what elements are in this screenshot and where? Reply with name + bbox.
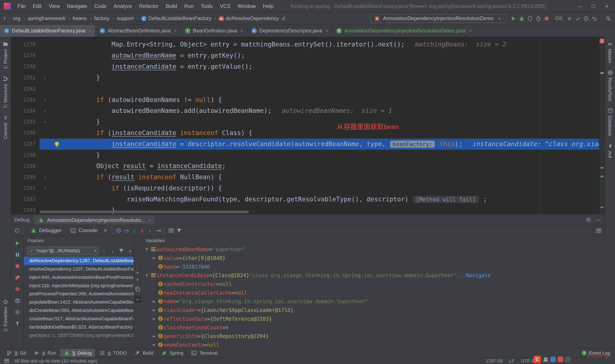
code-text[interactable]: if (result instanceof NullBean) {	[51, 172, 605, 183]
view-as-table-button[interactable]	[167, 227, 174, 234]
pin-tab-button[interactable]	[14, 320, 21, 327]
line-number[interactable]: 1279	[11, 50, 40, 61]
breadcrumb-item[interactable]: org	[12, 15, 21, 21]
tool-window-button--run[interactable]: 4: Run	[30, 348, 59, 357]
menu-window[interactable]: Window	[234, 3, 259, 9]
line-number[interactable]: 1287	[11, 139, 40, 150]
caret-position[interactable]: 1287:56	[486, 358, 503, 364]
editor-tab[interactable]: CAnnotationDependencyInjectionResolution…	[333, 25, 476, 37]
tool-window-button-restfultool[interactable]: RestfulTool	[606, 70, 614, 101]
menu-analyze[interactable]: Analyze	[110, 3, 136, 9]
debug-session-tab[interactable]: AnnotationDependencyInjectionResolutio..…	[34, 216, 155, 225]
tree-toggle-icon[interactable]: ▼	[144, 247, 150, 251]
variable-row[interactable]: fhash = -332817946	[142, 262, 605, 271]
breadcrumb-item[interactable]: factory	[93, 15, 110, 21]
search-everywhere-button[interactable]	[605, 15, 612, 22]
fold-marker-icon[interactable]: ∨	[40, 172, 51, 183]
tree-toggle-icon[interactable]: ▶	[151, 317, 157, 321]
menu-file[interactable]: File	[14, 3, 29, 9]
debug-settings-button[interactable]	[14, 309, 21, 315]
warning-stripe-mark[interactable]	[601, 72, 604, 74]
editor-tab[interactable]: CDefaultListableBeanFactory.java×	[0, 25, 96, 37]
line-number[interactable]: 1282	[11, 83, 40, 94]
variable-row[interactable]: ▶fvalue = {char[9]@1848}	[142, 253, 605, 262]
menu-help[interactable]: Help	[259, 3, 277, 9]
filter-button[interactable]	[175, 227, 182, 234]
step-over-button[interactable]	[123, 227, 130, 234]
breadcrumb-item[interactable]: beans	[72, 15, 88, 21]
menu-vcs[interactable]: VCS	[216, 3, 234, 9]
hide-frames-filter-button[interactable]	[118, 248, 125, 254]
tree-toggle-icon[interactable]: ▶	[151, 308, 157, 312]
copy-stack-icon[interactable]	[134, 286, 141, 292]
line-number[interactable]: 1284	[11, 105, 40, 117]
breadcrumb-item[interactable]: CDefaultListableBeanFactory	[140, 15, 212, 21]
stack-frame-row[interactable]: lambda$doGetBean$0:323, AbstractBeanFact…	[24, 323, 134, 331]
menu-navigate[interactable]: Navigate	[63, 3, 91, 9]
line-number[interactable]: 1288	[11, 150, 40, 161]
tab-debugger[interactable]: Debugger	[27, 225, 65, 236]
code-text[interactable]: Object result = instanceCandidate;	[51, 161, 605, 172]
code-text[interactable]	[51, 83, 605, 94]
menu-code[interactable]: Code	[91, 3, 110, 9]
layout-settings-icon[interactable]	[595, 227, 602, 234]
step-out-button[interactable]: ↑	[147, 227, 154, 234]
stop-button[interactable]	[14, 263, 21, 270]
tree-toggle-icon[interactable]: ▶	[151, 343, 157, 347]
fold-marker-icon[interactable]: ∧	[40, 117, 51, 128]
menu-build[interactable]: Build	[162, 3, 181, 9]
tool-window-button-terminal[interactable]: Terminal	[187, 348, 221, 357]
stack-frame-row[interactable]: inject:116, InjectionMetadata (org.sprin…	[24, 282, 134, 290]
stack-frame-row[interactable]: inject:640, AutowiredAnnotationBeanPostP…	[24, 273, 134, 282]
thread-dump-button[interactable]	[14, 298, 21, 304]
stack-frame-row[interactable]: postProcessProperties:399, AutowiredAnno…	[24, 290, 134, 298]
variable-row[interactable]: ▶freflectionData = {SoftReference@2203}	[142, 314, 605, 323]
close-icon[interactable]: ×	[148, 217, 151, 223]
stack-frame-row[interactable]: doCreateBean:594, AbstractAutowireCapabl…	[24, 306, 134, 315]
line-number[interactable]: 1291	[11, 183, 40, 194]
close-icon[interactable]: ×	[469, 28, 471, 33]
stack-frame-row[interactable]: resolveDependency:1207, DefaultListableB…	[24, 265, 134, 273]
code-text[interactable]: }	[51, 150, 605, 161]
fold-marker-icon[interactable]: ∨	[40, 183, 51, 194]
gear-icon[interactable]	[585, 216, 592, 223]
code-text[interactable]: raiseNoMatchingBeanFound(type, descripto…	[51, 194, 605, 205]
history-button[interactable]	[583, 15, 589, 22]
stop-button[interactable]	[543, 15, 550, 22]
mute-breakpoints-button[interactable]	[14, 286, 21, 292]
tree-toggle-icon[interactable]: ▶	[151, 299, 157, 303]
tool-window-button-spring[interactable]: Spring	[157, 348, 187, 357]
force-step-into-button[interactable]: ⇓	[139, 227, 146, 234]
run-to-cursor-button[interactable]	[154, 227, 161, 234]
next-frame-button[interactable]: ↓	[109, 248, 116, 254]
line-number[interactable]: 1285	[11, 117, 40, 128]
run-button[interactable]	[510, 15, 517, 22]
fold-marker-icon[interactable]: ∨	[40, 105, 51, 117]
tool-window-button--todo[interactable]: 6: TODO	[96, 348, 130, 357]
variable-row[interactable]: fnewInstanceCallerCache = null	[142, 288, 605, 297]
line-number[interactable]: 1278	[11, 39, 40, 50]
tree-toggle-icon[interactable]: ▶	[151, 256, 157, 260]
tree-toggle-icon[interactable]: ▶	[151, 334, 157, 338]
tree-toggle-icon[interactable]: ▼	[144, 273, 150, 277]
menu-run[interactable]: Run	[181, 3, 197, 9]
close-icon[interactable]: ×	[240, 28, 243, 33]
editor-tab[interactable]: CAbstractBeanDefinition.java×	[96, 25, 181, 37]
line-number[interactable]: 1292	[11, 194, 40, 205]
scroll-up-icon[interactable]: ▲	[136, 270, 139, 274]
line-number[interactable]: 1283	[11, 94, 40, 105]
error-stripe-mark[interactable]	[601, 207, 604, 208]
view-breakpoints-button[interactable]	[14, 274, 21, 281]
breadcrumb-item[interactable]: r	[3, 15, 6, 21]
line-number[interactable]: 1289	[11, 161, 40, 172]
step-into-button[interactable]: ↓	[131, 227, 138, 234]
code-text[interactable]: if (autowiredBeanNames != null) {	[51, 94, 605, 105]
commit-button[interactable]	[574, 15, 581, 22]
breadcrumb-item[interactable]: support	[116, 15, 135, 21]
variable-row[interactable]: ▼instanceCandidate = {Class@1824} "class…	[142, 271, 605, 280]
code-text[interactable]: Map.Entry<String, Object> entry = matchi…	[51, 39, 605, 50]
menu-refactor[interactable]: Refactor	[136, 3, 162, 9]
fold-marker-icon[interactable]: ∨	[40, 94, 51, 105]
fold-marker-icon[interactable]: ∧	[40, 72, 51, 83]
variable-row[interactable]: ▶fenumConstants = null	[142, 340, 605, 348]
